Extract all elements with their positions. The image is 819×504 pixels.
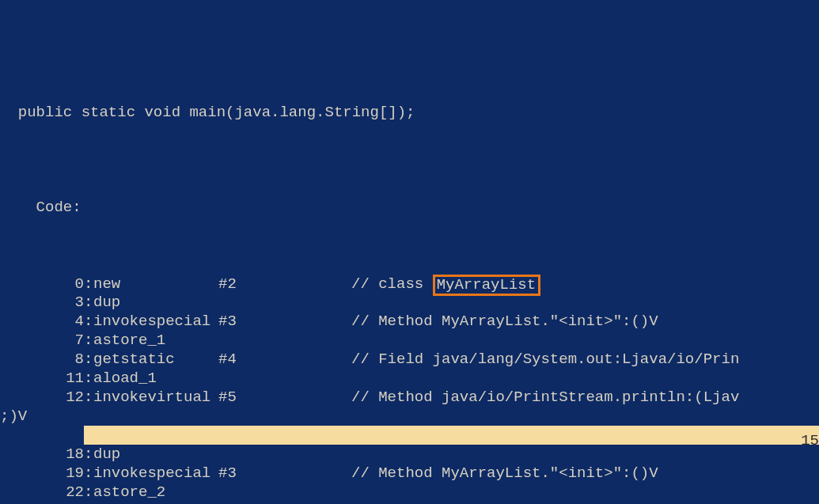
- offset-colon: :: [84, 350, 93, 369]
- bytecode-row: 19: invokespecial#3// Method MyArrayList…: [0, 464, 819, 483]
- instruction: invokespecial: [93, 464, 218, 483]
- offset-colon: :: [84, 464, 93, 483]
- offset: 18: [47, 445, 84, 464]
- comment: // Field java/lang/System.out:Ljava/io/P…: [351, 350, 739, 369]
- indent: [0, 198, 36, 217]
- offset-colon: :: [84, 331, 93, 350]
- offset: 4: [47, 312, 84, 331]
- offset-colon: :: [84, 445, 93, 464]
- bytecode-row: 15: new#2// class MyArrayList: [0, 426, 819, 445]
- offset: 22: [47, 483, 84, 502]
- offset: 19: [47, 464, 84, 483]
- comment-text: // Method MyArrayList."<init>":()V: [351, 464, 658, 483]
- instruction: new: [93, 275, 218, 294]
- instruction: astore_2: [93, 483, 218, 502]
- comment: // Method MyArrayList."<init>":()V: [351, 312, 658, 331]
- wrapped-text: ;)V: [0, 407, 27, 426]
- watermark: CSDN @Scintillator...: [707, 499, 813, 504]
- selection-highlight: [84, 426, 819, 445]
- code-label-line: Code:: [0, 198, 819, 217]
- offset-colon: :: [84, 275, 93, 294]
- offset: 7: [47, 331, 84, 350]
- offset: 11: [47, 369, 84, 388]
- bytecode-row: 8: getstatic#4// Field java/lang/System.…: [0, 350, 819, 369]
- bytecode-row: 7: astore_1: [0, 331, 819, 350]
- bytecode-row: 12: invokevirtual#5// Method java/io/Pri…: [0, 388, 819, 407]
- comment-text: // class: [351, 275, 433, 294]
- code-label: Code:: [36, 198, 82, 217]
- bytecode-row: 4: invokespecial#3// Method MyArrayList.…: [0, 312, 819, 331]
- comment: // Method MyArrayList."<init>":()V: [351, 464, 658, 483]
- offset-colon: :: [84, 483, 93, 502]
- const-ref: #3: [218, 312, 351, 331]
- instruction: dup: [93, 293, 218, 312]
- offset-colon: :: [84, 293, 93, 312]
- bytecode-row: 22: astore_2: [0, 483, 819, 502]
- instruction: getstatic: [93, 350, 218, 369]
- bytecode-row: 0: new#2// class MyArrayList: [0, 274, 819, 293]
- instruction: dup: [93, 445, 218, 464]
- offset-colon: :: [84, 369, 93, 388]
- comment: // Method java/io/PrintStream.println:(L…: [351, 388, 739, 407]
- bytecode-listing: public static void main(java.lang.String…: [0, 19, 819, 504]
- highlight-box: MyArrayList: [433, 275, 540, 296]
- method-signature: public static void main(java.lang.String…: [18, 103, 415, 122]
- comment-text: // Method java/io/PrintStream.println:(L…: [351, 388, 739, 407]
- offset: 15: [783, 431, 819, 450]
- method-signature-line: public static void main(java.lang.String…: [0, 103, 819, 122]
- indent: [0, 103, 18, 122]
- offset-colon: :: [84, 312, 93, 331]
- const-ref: #3: [218, 464, 351, 483]
- const-ref: #2: [218, 275, 351, 294]
- instruction: aload_1: [93, 369, 218, 388]
- bytecode-row: 3: dup: [0, 293, 819, 312]
- instruction: invokespecial: [93, 312, 218, 331]
- offset: 12: [47, 388, 84, 407]
- offset-colon: :: [84, 388, 93, 407]
- const-ref: #4: [218, 350, 351, 369]
- comment-text: // Method MyArrayList."<init>":()V: [351, 312, 658, 331]
- bytecode-row: 11: aload_1: [0, 369, 819, 388]
- instruction: astore_1: [93, 331, 218, 350]
- const-ref: #5: [218, 388, 351, 407]
- offset: 0: [47, 275, 84, 294]
- instruction: invokevirtual: [93, 388, 218, 407]
- offset: 8: [47, 350, 84, 369]
- bytecode-row: 18: dup: [0, 445, 819, 464]
- wrapped-line: ;)V: [0, 407, 819, 426]
- comment-text: // Field java/lang/System.out:Ljava/io/P…: [351, 350, 739, 369]
- offset: 3: [47, 293, 84, 312]
- comment: // class MyArrayList: [351, 274, 540, 295]
